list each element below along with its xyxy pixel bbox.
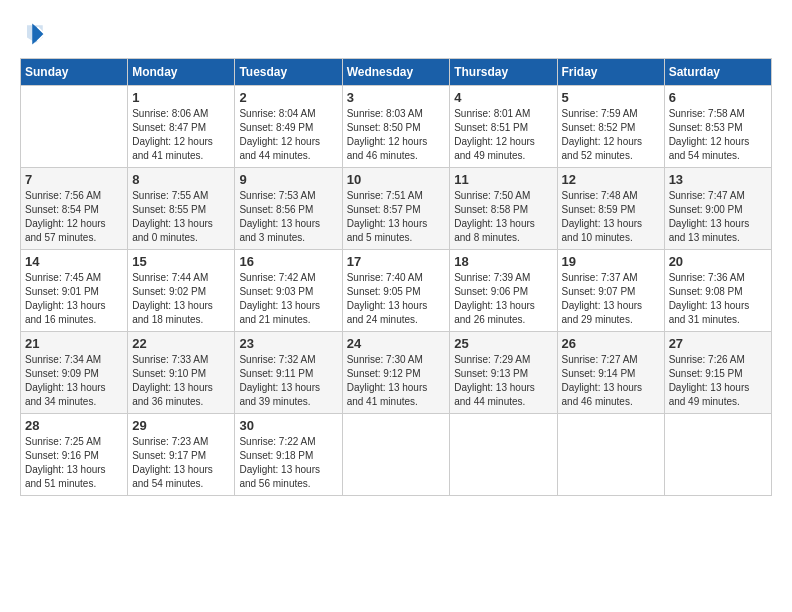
day-number: 11: [454, 172, 552, 187]
day-number: 3: [347, 90, 446, 105]
day-info: Sunrise: 7:33 AM Sunset: 9:10 PM Dayligh…: [132, 353, 230, 409]
calendar-cell: 3Sunrise: 8:03 AM Sunset: 8:50 PM Daylig…: [342, 86, 450, 168]
day-info: Sunrise: 8:06 AM Sunset: 8:47 PM Dayligh…: [132, 107, 230, 163]
calendar-cell: [450, 414, 557, 496]
logo: [20, 20, 52, 48]
day-info: Sunrise: 7:44 AM Sunset: 9:02 PM Dayligh…: [132, 271, 230, 327]
day-number: 5: [562, 90, 660, 105]
day-info: Sunrise: 8:01 AM Sunset: 8:51 PM Dayligh…: [454, 107, 552, 163]
calendar-cell: [664, 414, 771, 496]
day-number: 18: [454, 254, 552, 269]
calendar-cell: 25Sunrise: 7:29 AM Sunset: 9:13 PM Dayli…: [450, 332, 557, 414]
day-info: Sunrise: 7:48 AM Sunset: 8:59 PM Dayligh…: [562, 189, 660, 245]
calendar-cell: 16Sunrise: 7:42 AM Sunset: 9:03 PM Dayli…: [235, 250, 342, 332]
header-row: SundayMondayTuesdayWednesdayThursdayFrid…: [21, 59, 772, 86]
calendar-cell: 21Sunrise: 7:34 AM Sunset: 9:09 PM Dayli…: [21, 332, 128, 414]
day-number: 19: [562, 254, 660, 269]
day-number: 10: [347, 172, 446, 187]
calendar-cell: [342, 414, 450, 496]
day-info: Sunrise: 7:59 AM Sunset: 8:52 PM Dayligh…: [562, 107, 660, 163]
day-number: 30: [239, 418, 337, 433]
day-info: Sunrise: 7:27 AM Sunset: 9:14 PM Dayligh…: [562, 353, 660, 409]
day-header-sunday: Sunday: [21, 59, 128, 86]
calendar-cell: [557, 414, 664, 496]
day-info: Sunrise: 7:53 AM Sunset: 8:56 PM Dayligh…: [239, 189, 337, 245]
calendar-cell: 13Sunrise: 7:47 AM Sunset: 9:00 PM Dayli…: [664, 168, 771, 250]
calendar-cell: 30Sunrise: 7:22 AM Sunset: 9:18 PM Dayli…: [235, 414, 342, 496]
calendar-cell: 24Sunrise: 7:30 AM Sunset: 9:12 PM Dayli…: [342, 332, 450, 414]
day-info: Sunrise: 7:42 AM Sunset: 9:03 PM Dayligh…: [239, 271, 337, 327]
calendar-cell: 6Sunrise: 7:58 AM Sunset: 8:53 PM Daylig…: [664, 86, 771, 168]
calendar-cell: 7Sunrise: 7:56 AM Sunset: 8:54 PM Daylig…: [21, 168, 128, 250]
page-header: [20, 20, 772, 48]
day-info: Sunrise: 7:37 AM Sunset: 9:07 PM Dayligh…: [562, 271, 660, 327]
logo-icon: [20, 20, 48, 48]
calendar-cell: 14Sunrise: 7:45 AM Sunset: 9:01 PM Dayli…: [21, 250, 128, 332]
day-header-saturday: Saturday: [664, 59, 771, 86]
day-info: Sunrise: 7:55 AM Sunset: 8:55 PM Dayligh…: [132, 189, 230, 245]
day-number: 21: [25, 336, 123, 351]
day-number: 14: [25, 254, 123, 269]
day-info: Sunrise: 7:22 AM Sunset: 9:18 PM Dayligh…: [239, 435, 337, 491]
calendar-cell: 18Sunrise: 7:39 AM Sunset: 9:06 PM Dayli…: [450, 250, 557, 332]
calendar-table: SundayMondayTuesdayWednesdayThursdayFrid…: [20, 58, 772, 496]
calendar-header: SundayMondayTuesdayWednesdayThursdayFrid…: [21, 59, 772, 86]
day-header-tuesday: Tuesday: [235, 59, 342, 86]
day-number: 25: [454, 336, 552, 351]
calendar-cell: 15Sunrise: 7:44 AM Sunset: 9:02 PM Dayli…: [128, 250, 235, 332]
calendar-week-2: 7Sunrise: 7:56 AM Sunset: 8:54 PM Daylig…: [21, 168, 772, 250]
day-number: 13: [669, 172, 767, 187]
calendar-cell: 10Sunrise: 7:51 AM Sunset: 8:57 PM Dayli…: [342, 168, 450, 250]
calendar-cell: 5Sunrise: 7:59 AM Sunset: 8:52 PM Daylig…: [557, 86, 664, 168]
day-info: Sunrise: 7:34 AM Sunset: 9:09 PM Dayligh…: [25, 353, 123, 409]
day-info: Sunrise: 7:50 AM Sunset: 8:58 PM Dayligh…: [454, 189, 552, 245]
day-number: 29: [132, 418, 230, 433]
day-number: 26: [562, 336, 660, 351]
day-number: 6: [669, 90, 767, 105]
calendar-week-1: 1Sunrise: 8:06 AM Sunset: 8:47 PM Daylig…: [21, 86, 772, 168]
day-info: Sunrise: 7:25 AM Sunset: 9:16 PM Dayligh…: [25, 435, 123, 491]
calendar-week-5: 28Sunrise: 7:25 AM Sunset: 9:16 PM Dayli…: [21, 414, 772, 496]
calendar-cell: 17Sunrise: 7:40 AM Sunset: 9:05 PM Dayli…: [342, 250, 450, 332]
day-info: Sunrise: 7:47 AM Sunset: 9:00 PM Dayligh…: [669, 189, 767, 245]
day-number: 9: [239, 172, 337, 187]
calendar-cell: 11Sunrise: 7:50 AM Sunset: 8:58 PM Dayli…: [450, 168, 557, 250]
calendar-cell: 2Sunrise: 8:04 AM Sunset: 8:49 PM Daylig…: [235, 86, 342, 168]
day-info: Sunrise: 7:26 AM Sunset: 9:15 PM Dayligh…: [669, 353, 767, 409]
day-info: Sunrise: 7:36 AM Sunset: 9:08 PM Dayligh…: [669, 271, 767, 327]
day-header-friday: Friday: [557, 59, 664, 86]
day-info: Sunrise: 7:45 AM Sunset: 9:01 PM Dayligh…: [25, 271, 123, 327]
day-info: Sunrise: 7:29 AM Sunset: 9:13 PM Dayligh…: [454, 353, 552, 409]
day-header-wednesday: Wednesday: [342, 59, 450, 86]
calendar-cell: 4Sunrise: 8:01 AM Sunset: 8:51 PM Daylig…: [450, 86, 557, 168]
calendar-cell: 9Sunrise: 7:53 AM Sunset: 8:56 PM Daylig…: [235, 168, 342, 250]
day-info: Sunrise: 7:58 AM Sunset: 8:53 PM Dayligh…: [669, 107, 767, 163]
day-info: Sunrise: 7:39 AM Sunset: 9:06 PM Dayligh…: [454, 271, 552, 327]
day-info: Sunrise: 7:30 AM Sunset: 9:12 PM Dayligh…: [347, 353, 446, 409]
calendar-week-4: 21Sunrise: 7:34 AM Sunset: 9:09 PM Dayli…: [21, 332, 772, 414]
day-number: 20: [669, 254, 767, 269]
day-number: 28: [25, 418, 123, 433]
day-number: 23: [239, 336, 337, 351]
calendar-cell: 20Sunrise: 7:36 AM Sunset: 9:08 PM Dayli…: [664, 250, 771, 332]
calendar-cell: 26Sunrise: 7:27 AM Sunset: 9:14 PM Dayli…: [557, 332, 664, 414]
calendar-cell: [21, 86, 128, 168]
day-number: 27: [669, 336, 767, 351]
day-number: 16: [239, 254, 337, 269]
day-header-monday: Monday: [128, 59, 235, 86]
calendar-body: 1Sunrise: 8:06 AM Sunset: 8:47 PM Daylig…: [21, 86, 772, 496]
day-number: 2: [239, 90, 337, 105]
day-info: Sunrise: 8:04 AM Sunset: 8:49 PM Dayligh…: [239, 107, 337, 163]
calendar-cell: 1Sunrise: 8:06 AM Sunset: 8:47 PM Daylig…: [128, 86, 235, 168]
day-number: 22: [132, 336, 230, 351]
day-info: Sunrise: 7:23 AM Sunset: 9:17 PM Dayligh…: [132, 435, 230, 491]
day-number: 4: [454, 90, 552, 105]
calendar-cell: 29Sunrise: 7:23 AM Sunset: 9:17 PM Dayli…: [128, 414, 235, 496]
day-number: 24: [347, 336, 446, 351]
calendar-cell: 23Sunrise: 7:32 AM Sunset: 9:11 PM Dayli…: [235, 332, 342, 414]
calendar-cell: 8Sunrise: 7:55 AM Sunset: 8:55 PM Daylig…: [128, 168, 235, 250]
day-info: Sunrise: 7:32 AM Sunset: 9:11 PM Dayligh…: [239, 353, 337, 409]
day-info: Sunrise: 7:40 AM Sunset: 9:05 PM Dayligh…: [347, 271, 446, 327]
day-header-thursday: Thursday: [450, 59, 557, 86]
calendar-cell: 27Sunrise: 7:26 AM Sunset: 9:15 PM Dayli…: [664, 332, 771, 414]
